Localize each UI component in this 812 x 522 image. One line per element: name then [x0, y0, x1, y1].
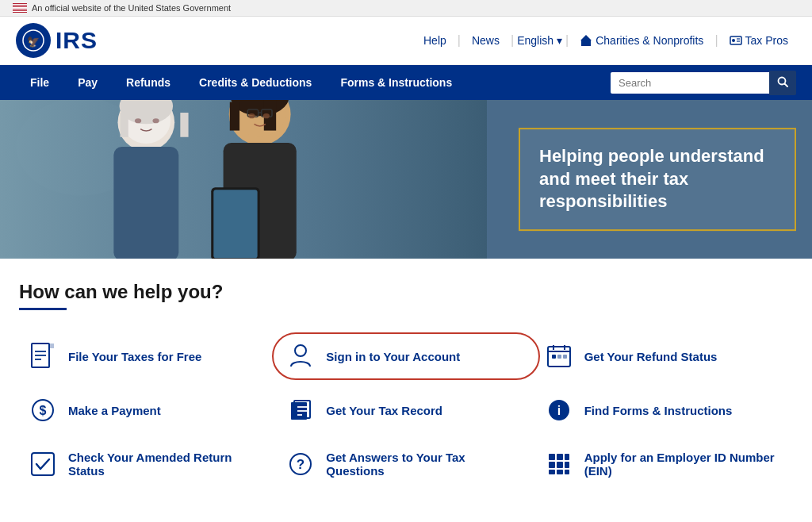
chevron-down-icon: ▾ [557, 34, 562, 47]
svg-rect-56 [32, 453, 54, 475]
sign-in-label: Sign in to Your Account [326, 350, 460, 363]
gov-banner-text: An official website of the United States… [32, 3, 231, 13]
search-button[interactable] [769, 71, 796, 95]
svg-rect-65 [549, 470, 555, 474]
flag-icon [13, 3, 27, 13]
svg-rect-61 [565, 454, 569, 460]
svg-rect-45 [557, 355, 561, 359]
svg-rect-18 [180, 113, 188, 137]
svg-rect-62 [549, 462, 555, 468]
nav-file[interactable]: File [16, 65, 63, 100]
amended-return-label: Check Your Amended Return Status [68, 451, 267, 478]
id-card-icon [730, 35, 742, 46]
nav-credits[interactable]: Credits & Deductions [185, 65, 326, 100]
language-selector[interactable]: English ▾ [517, 34, 562, 47]
make-payment-item[interactable]: $ Make a Payment [19, 383, 277, 437]
refund-status-label: Get Your Refund Status [584, 350, 718, 363]
grid-icon [545, 450, 573, 478]
nav-forms[interactable]: Forms & Instructions [326, 65, 466, 100]
header: 🦅 IRS Help | News | English ▾ | Charitie… [0, 17, 812, 65]
tax-questions-item[interactable]: ? Get Answers to Your Tax Questions [277, 437, 534, 491]
svg-rect-35 [49, 344, 54, 348]
tax-questions-label: Get Answers to Your Tax Questions [326, 451, 525, 478]
svg-rect-2 [581, 40, 591, 46]
svg-point-39 [295, 345, 306, 356]
checkmark-circle-icon [29, 450, 57, 478]
info-circle-icon: i [545, 396, 573, 424]
nav-refunds[interactable]: Refunds [112, 65, 185, 100]
tax-record-item[interactable]: Get Your Tax Record [277, 383, 534, 437]
calendar-icon [545, 342, 573, 370]
amended-return-item[interactable]: Check Your Amended Return Status [19, 437, 277, 491]
svg-rect-14 [113, 147, 178, 259]
svg-rect-17 [121, 113, 128, 137]
search-form [611, 71, 796, 95]
file-free-label: File Your Taxes for Free [68, 350, 201, 363]
svg-rect-5 [732, 39, 735, 42]
dollar-circle-icon: $ [29, 396, 57, 424]
svg-rect-46 [563, 355, 567, 359]
help-grid: File Your Taxes for Free Sign in to Your… [19, 329, 793, 491]
search-icon [777, 76, 788, 87]
svg-point-30 [248, 113, 255, 118]
header-nav: Help | News | English ▾ | Charities & No… [416, 33, 796, 48]
search-input[interactable] [611, 72, 769, 94]
hero-tagline: Helping people understand and meet their… [539, 145, 776, 213]
tax-record-label: Get Your Tax Record [326, 404, 442, 417]
help-link[interactable]: Help [416, 34, 454, 47]
svg-rect-64 [565, 462, 569, 468]
svg-point-31 [263, 113, 270, 118]
tax-pros-label: Tax Pros [745, 34, 788, 47]
charities-label: Charities & Nonprofits [596, 34, 703, 47]
svg-text:$: $ [40, 404, 47, 417]
svg-text:?: ? [297, 457, 304, 472]
irs-logo[interactable]: 🦅 IRS [16, 23, 98, 58]
hero-text-box: Helping people understand and meet their… [519, 128, 796, 231]
news-link[interactable]: News [464, 34, 508, 47]
forms-instructions-label: Find Forms & Instructions [584, 404, 733, 417]
irs-eagle-icon: 🦅 [16, 23, 51, 58]
svg-point-19 [135, 118, 141, 123]
building-icon [580, 34, 592, 47]
svg-rect-44 [552, 355, 556, 359]
svg-rect-63 [557, 462, 563, 468]
title-underline [19, 308, 67, 310]
ein-item[interactable]: Apply for an Employer ID Number (EIN) [535, 437, 793, 491]
irs-logo-text: IRS [56, 27, 98, 54]
sign-in-item[interactable]: Sign in to Your Account [277, 329, 534, 383]
main-content: How can we help you? File Your Taxes for… [0, 259, 812, 513]
language-label: English [517, 34, 553, 47]
question-circle-icon: ? [286, 450, 315, 478]
svg-line-9 [785, 83, 788, 86]
doc-icon [29, 342, 57, 370]
file-free-item[interactable]: File Your Taxes for Free [19, 329, 277, 383]
help-section-title: How can we help you? [19, 281, 793, 303]
hero-section: Helping people understand and meet their… [0, 100, 812, 259]
svg-point-20 [153, 118, 159, 123]
svg-marker-3 [580, 35, 592, 40]
hero-image [0, 100, 487, 259]
nav-bar: File Pay Refunds Credits & Deductions Fo… [0, 65, 812, 100]
ein-label: Apply for an Employer ID Number (EIN) [584, 451, 783, 478]
refund-status-item[interactable]: Get Your Refund Status [535, 329, 793, 383]
forms-instructions-item[interactable]: i Find Forms & Instructions [535, 383, 793, 437]
person-icon [286, 342, 315, 370]
svg-rect-25 [230, 102, 239, 131]
charities-link[interactable]: Charities & Nonprofits [572, 34, 711, 47]
gov-banner: An official website of the United States… [0, 0, 812, 17]
svg-text:🦅: 🦅 [27, 35, 40, 48]
svg-rect-66 [557, 470, 563, 474]
docs-icon [286, 396, 315, 424]
make-payment-label: Make a Payment [68, 404, 161, 417]
svg-rect-33 [213, 190, 257, 258]
nav-pay[interactable]: Pay [63, 65, 112, 100]
svg-rect-60 [557, 454, 563, 460]
svg-text:i: i [557, 404, 560, 417]
tax-pros-link[interactable]: Tax Pros [722, 34, 796, 47]
svg-rect-59 [549, 454, 555, 460]
svg-rect-67 [565, 470, 569, 474]
